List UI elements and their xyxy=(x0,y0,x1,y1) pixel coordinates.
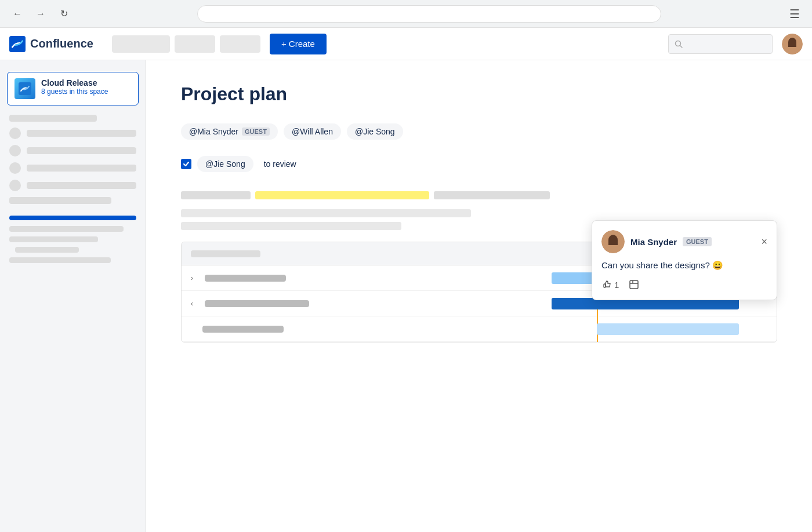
content-skel-2 xyxy=(181,222,401,230)
sidebar-active-item[interactable] xyxy=(9,216,136,220)
space-logo-icon xyxy=(19,82,31,95)
search-icon xyxy=(675,40,683,48)
sidebar: Cloud Release 8 guests in this space xyxy=(0,60,146,532)
comment-close-button[interactable]: × xyxy=(761,236,767,248)
sidebar-small-lines xyxy=(9,226,136,253)
gantt-chart-3 xyxy=(402,316,777,341)
mention-pill-jie[interactable]: @Jie Song xyxy=(347,123,403,140)
sidebar-label-2 xyxy=(27,147,136,154)
gantt-collapse-2[interactable]: ‹ xyxy=(191,300,200,308)
guest-badge-mia: GUEST xyxy=(242,127,270,136)
sidebar-line-2 xyxy=(9,236,98,242)
space-icon xyxy=(14,78,35,99)
nav-pill-1[interactable] xyxy=(112,35,170,53)
space-info: Cloud Release 8 guests in this space xyxy=(41,78,131,96)
gantt-label-1: › xyxy=(182,274,402,282)
sidebar-line-3 xyxy=(15,247,79,253)
gantt-label-3 xyxy=(182,326,402,333)
header-nav xyxy=(112,35,260,53)
thumbs-up-icon xyxy=(601,279,612,290)
browser-chrome: ← → ↻ ☰ xyxy=(0,0,812,28)
create-button[interactable]: + Create xyxy=(270,34,327,54)
sidebar-more-lines xyxy=(9,257,136,263)
svg-rect-5 xyxy=(630,280,638,289)
sidebar-dot-4 xyxy=(9,180,21,191)
gantt-expand-1[interactable]: › xyxy=(191,274,200,282)
gantt-header-left xyxy=(182,250,402,257)
mention-mia-text: @Mia Snyder xyxy=(189,127,238,136)
task-text: to review xyxy=(264,159,296,169)
like-count: 1 xyxy=(614,280,619,290)
comment-header: Mia Snyder GUEST × xyxy=(601,230,767,253)
checkmark-icon xyxy=(183,161,190,167)
sidebar-item-3[interactable] xyxy=(9,162,136,174)
refresh-button[interactable]: ↻ xyxy=(56,6,72,22)
sidebar-skeleton-2 xyxy=(9,197,111,204)
url-bar[interactable] xyxy=(197,5,661,23)
gantt-label-bar-2 xyxy=(205,300,309,307)
comment-author: Mia Snyder xyxy=(630,237,677,247)
resolve-icon xyxy=(628,279,640,290)
gantt-header-label xyxy=(191,250,260,257)
forward-button[interactable]: → xyxy=(32,6,49,22)
sidebar-label-1 xyxy=(27,130,136,137)
bar-seg-3 xyxy=(434,191,550,199)
comment-like-button[interactable]: 1 xyxy=(601,279,619,290)
bar-seg-1 xyxy=(181,191,251,199)
sidebar-dot-1 xyxy=(9,127,21,139)
space-card[interactable]: Cloud Release 8 guests in this space xyxy=(7,72,139,105)
space-guests-link[interactable]: 8 guests in this space xyxy=(41,88,131,96)
gantt-bar-3 xyxy=(597,323,739,335)
sidebar-skeleton-1 xyxy=(9,115,97,122)
task-mention-pill[interactable]: @Jie Song xyxy=(197,156,253,172)
gantt-label-2: ‹ xyxy=(182,300,402,308)
user-avatar[interactable] xyxy=(782,34,803,54)
sidebar-item-4[interactable] xyxy=(9,180,136,191)
mention-will-text: @Will Allen xyxy=(292,127,333,136)
comment-resolve-button[interactable] xyxy=(628,279,640,290)
svg-line-2 xyxy=(680,45,683,48)
comment-text: Can you share the designs? 😀 xyxy=(601,260,767,271)
logo-text: Confluence xyxy=(30,37,93,50)
sidebar-label-4 xyxy=(27,182,136,189)
space-name: Cloud Release xyxy=(41,78,131,88)
search-bar[interactable] xyxy=(668,34,773,54)
mention-pill-mia[interactable]: @Mia Snyder GUEST xyxy=(181,123,278,140)
mention-pill-will[interactable]: @Will Allen xyxy=(284,123,341,140)
comment-avatar xyxy=(601,230,625,253)
gantt-label-bar-1 xyxy=(205,275,286,282)
svg-rect-4 xyxy=(604,284,606,287)
svg-rect-3 xyxy=(19,82,31,95)
sidebar-line-1 xyxy=(9,226,124,232)
sidebar-item-2[interactable] xyxy=(9,145,136,156)
page-title: Project plan xyxy=(181,83,777,105)
browser-menu-button[interactable]: ☰ xyxy=(786,6,803,22)
mention-jie-text: @Jie Song xyxy=(355,127,395,136)
mention-pills: @Mia Snyder GUEST @Will Allen @Jie Song xyxy=(181,123,777,140)
bar-seg-highlight xyxy=(255,191,429,199)
nav-pill-3[interactable] xyxy=(220,35,260,53)
nav-pill-2[interactable] xyxy=(175,35,215,53)
sidebar-line-4 xyxy=(9,257,111,263)
task-row: @Jie Song to review xyxy=(181,156,777,172)
sidebar-item-1[interactable] xyxy=(9,127,136,139)
app-header: Confluence + Create xyxy=(0,28,812,60)
confluence-logo[interactable]: Confluence xyxy=(9,36,93,52)
back-button[interactable]: ← xyxy=(9,6,26,22)
gantt-label-bar-3 xyxy=(202,326,284,333)
sidebar-label-3 xyxy=(27,165,136,172)
task-checkbox[interactable] xyxy=(181,159,191,169)
gantt-row-3 xyxy=(182,316,777,342)
comment-popup: Mia Snyder GUEST × Can you share the des… xyxy=(592,220,777,300)
sidebar-dot-3 xyxy=(9,162,21,174)
comment-actions: 1 xyxy=(601,279,767,290)
confluence-logo-icon xyxy=(9,36,26,52)
comment-guest-badge: GUEST xyxy=(683,237,712,246)
sidebar-dot-2 xyxy=(9,145,21,156)
task-mention-text: @Jie Song xyxy=(205,159,245,169)
content-skel-1 xyxy=(181,209,471,217)
